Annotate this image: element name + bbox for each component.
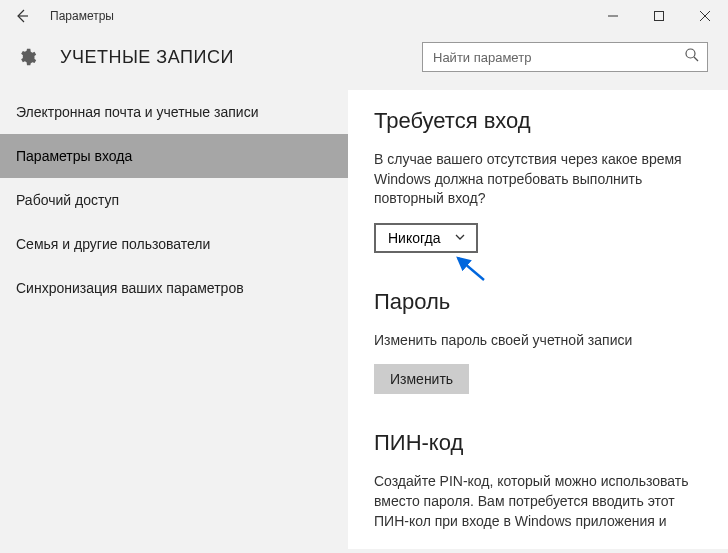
section-text-signin: В случае вашего отсутствия через какое в… (374, 150, 702, 209)
titlebar: Параметры (0, 0, 728, 32)
section-title-signin: Требуется вход (374, 108, 702, 134)
arrow-left-icon (14, 8, 30, 24)
close-icon (700, 11, 710, 21)
page-title: УЧЕТНЫЕ ЗАПИСИ (60, 47, 234, 68)
maximize-icon (654, 11, 664, 21)
sidebar-item-sync-settings[interactable]: Синхронизация ваших параметров (0, 266, 348, 310)
sidebar-item-family-users[interactable]: Семья и другие пользователи (0, 222, 348, 266)
signin-timeout-dropdown[interactable]: Никогда (374, 223, 478, 253)
section-text-password: Изменить пароль своей учетной записи (374, 331, 702, 351)
change-password-button[interactable]: Изменить (374, 364, 469, 394)
header: УЧЕТНЫЕ ЗАПИСИ (0, 32, 728, 90)
section-title-password: Пароль (374, 289, 702, 315)
dropdown-value: Никогда (388, 230, 440, 246)
section-pin: ПИН-код Создайте PIN-код, который можно … (374, 430, 702, 531)
sidebar-item-email-accounts[interactable]: Электронная почта и учетные записи (0, 90, 348, 134)
close-button[interactable] (682, 0, 728, 32)
svg-rect-2 (655, 11, 664, 20)
section-require-signin: Требуется вход В случае вашего отсутстви… (374, 108, 702, 253)
section-title-pin: ПИН-код (374, 430, 702, 456)
search-container (422, 42, 708, 72)
search-input[interactable] (422, 42, 708, 72)
minimize-icon (608, 11, 618, 21)
settings-gear[interactable] (12, 47, 42, 67)
minimize-button[interactable] (590, 0, 636, 32)
window-controls (590, 0, 728, 32)
back-button[interactable] (0, 0, 44, 32)
content: Электронная почта и учетные записи Парам… (0, 90, 728, 549)
gear-icon (17, 47, 37, 67)
chevron-down-icon (454, 230, 466, 246)
maximize-button[interactable] (636, 0, 682, 32)
section-text-pin: Создайте PIN-код, который можно использо… (374, 472, 702, 531)
window-title: Параметры (44, 9, 114, 23)
sidebar-item-signin-options[interactable]: Параметры входа (0, 134, 348, 178)
sidebar: Электронная почта и учетные записи Парам… (0, 90, 348, 549)
section-password: Пароль Изменить пароль своей учетной зап… (374, 289, 702, 395)
sidebar-item-work-access[interactable]: Рабочий доступ (0, 178, 348, 222)
main-panel: Требуется вход В случае вашего отсутстви… (348, 90, 728, 549)
